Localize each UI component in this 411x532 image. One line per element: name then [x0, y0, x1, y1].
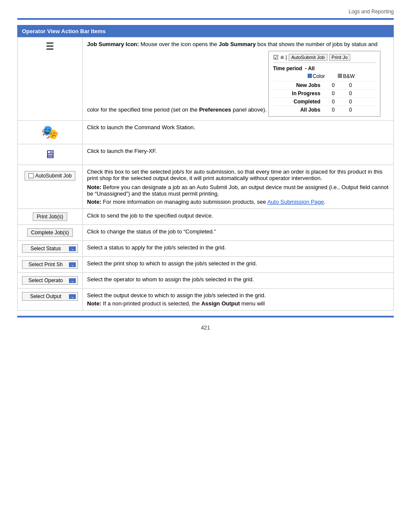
color-header-row: Color B&W: [273, 73, 376, 79]
select-output-icon-cell: Select Output ⌄: [18, 289, 83, 311]
select-print-arrow[interactable]: ⌄: [69, 262, 76, 267]
autosubmit-button-container: AutoSubmit Job: [22, 168, 78, 180]
job-summary-box: ☑ ≡ | AutoSubmit Job Print Jo Time perio…: [268, 51, 380, 117]
blue-divider-bottom: [17, 316, 394, 317]
autosubmit-checkbox[interactable]: [28, 173, 34, 178]
select-operator-icon-cell: Select Operato ⌄: [18, 273, 83, 289]
table-header: Operator View Action Bar Items: [18, 25, 394, 37]
table-row: Select Print Sh ⌄ Select the print shop …: [18, 257, 394, 273]
select-status-label: Select Status: [24, 246, 67, 252]
table-row: Select Status ⌄ Select a status to apply…: [18, 241, 394, 257]
select-print-label: Select Print Sh: [24, 261, 67, 268]
job-summary-icon-cell: ☰: [18, 37, 83, 121]
autosubmit-icon-cell: AutoSubmit Job: [18, 165, 83, 209]
select-status-icon-cell: Select Status ⌄: [18, 241, 83, 257]
bw-dot: [338, 74, 342, 78]
command-workstation-icon: 🎭: [41, 124, 59, 140]
js-icon2: ≡: [280, 54, 284, 61]
job-summary-toolbar: ☑ ≡ | AutoSubmit Job Print Jo: [273, 54, 376, 63]
select-print-desc: Select the print shop to which to assign…: [83, 257, 394, 273]
complete-jobs-desc: Click to change the status of the job to…: [83, 225, 394, 241]
time-period-row: Time period - All: [273, 65, 376, 72]
autosubmit-job-btn[interactable]: AutoSubmit Job: [289, 54, 327, 61]
table-row: Print Job(s) Click to send the job to th…: [18, 209, 394, 225]
complete-jobs-icon-cell: Complete Job(s): [18, 225, 83, 241]
fiery-xf-icon-cell: 🖥: [18, 144, 83, 165]
js-icon1: ☑: [273, 54, 279, 61]
fiery-xf-icon: 🖥: [44, 148, 56, 161]
page-number: 421: [201, 324, 210, 331]
select-status-arrow[interactable]: ⌄: [69, 246, 76, 251]
select-output-desc: Select the output device to which to ass…: [83, 289, 394, 311]
page-footer: 421: [17, 324, 394, 331]
select-output-arrow[interactable]: ⌄: [69, 294, 76, 299]
command-workstation-desc: Click to launch the Command Work Station…: [83, 121, 394, 144]
job-summary-desc: Job Summary Icon: Mouse over the icon op…: [83, 37, 394, 121]
select-print-icon-cell: Select Print Sh ⌄: [18, 257, 83, 273]
table-row: 🖥 Click to launch the Fiery-XF.: [18, 144, 394, 165]
color-dot: [308, 74, 312, 78]
print-jobs-desc: Click to send the job to the specified o…: [83, 209, 394, 225]
print-jobs-icon-cell: Print Job(s): [18, 209, 83, 225]
print-jo-btn[interactable]: Print Jo: [329, 54, 350, 61]
select-output-label: Select Output: [24, 293, 67, 299]
complete-jobs-button[interactable]: Complete Job(s): [27, 228, 73, 237]
select-operator-label: Select Operato: [24, 277, 67, 283]
autosubmit-label: AutoSubmit Job: [35, 173, 72, 179]
blue-divider-top: [17, 18, 394, 20]
autosubmit-job-button[interactable]: AutoSubmit Job: [25, 171, 76, 180]
js-row-completed: Completed 0 0: [273, 97, 376, 106]
js-row-new-jobs: New Jobs 0 0: [273, 81, 376, 89]
table-row: Select Operato ⌄ Select the operator to …: [18, 273, 394, 289]
js-row-in-progress: In Progress 0 0: [273, 89, 376, 97]
select-status-dropdown[interactable]: Select Status ⌄: [22, 244, 78, 253]
table-row: ☰ Job Summary Icon: Mouse over the icon …: [18, 37, 394, 121]
fiery-xf-desc: Click to launch the Fiery-XF.: [83, 144, 394, 165]
command-workstation-icon-cell: 🎭: [18, 121, 83, 144]
js-row-all-jobs: All Jobs 0 0: [273, 106, 376, 114]
select-operator-desc: Select the operator to whom to assign th…: [83, 273, 394, 289]
auto-submission-link[interactable]: Auto Submission Page: [267, 199, 324, 205]
select-print-dropdown[interactable]: Select Print Sh ⌄: [22, 260, 78, 269]
autosubmit-desc: Check this box to set the selected job/s…: [83, 165, 394, 209]
operator-view-table: Operator View Action Bar Items ☰ Job Sum…: [17, 25, 394, 311]
table-row: AutoSubmit Job Check this box to set the…: [18, 165, 394, 209]
select-operator-arrow[interactable]: ⌄: [69, 278, 76, 283]
select-operator-dropdown[interactable]: Select Operato ⌄: [22, 276, 78, 285]
table-row: Select Output ⌄ Select the output device…: [18, 289, 394, 311]
table-row: 🎭 Click to launch the Command Work Stati…: [18, 121, 394, 144]
select-status-desc: Select a status to apply for the job/s s…: [83, 241, 394, 257]
table-row: Complete Job(s) Click to change the stat…: [18, 225, 394, 241]
top-label: Logs and Reporting: [17, 9, 394, 15]
select-output-dropdown[interactable]: Select Output ⌄: [22, 292, 78, 301]
job-summary-icon: ☰: [46, 41, 54, 52]
print-jobs-button[interactable]: Print Job(s): [33, 212, 67, 221]
